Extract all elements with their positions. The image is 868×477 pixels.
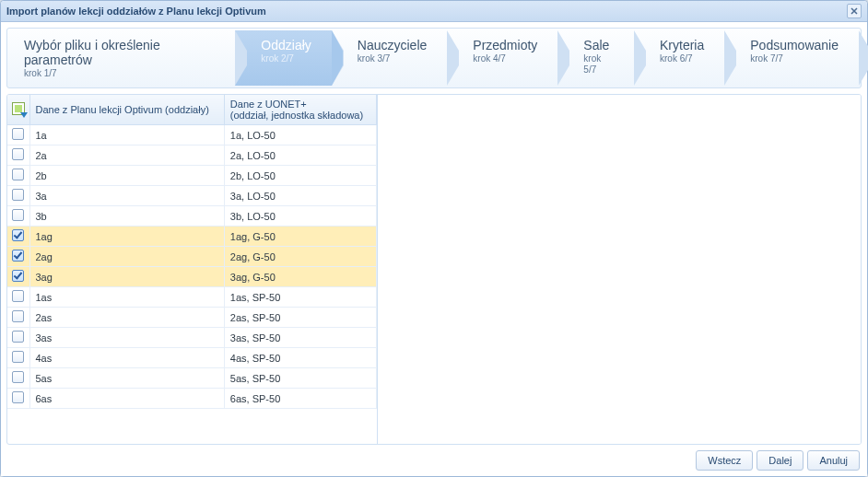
header-col1[interactable]: Dane z Planu lekcji Optivum (oddziały) (29, 95, 224, 125)
table-row[interactable]: 1a1a, LO-50 (7, 125, 377, 145)
row-checkbox-cell (7, 166, 29, 186)
row-checkbox-cell (7, 368, 29, 389)
row-checkbox[interactable] (12, 128, 24, 140)
footer: Wstecz Dalej Anuluj (6, 445, 862, 471)
wizard-step-sub: krok 7/7 (750, 53, 783, 64)
titlebar: Import planów lekcji oddziałów z Planu l… (1, 1, 867, 22)
cell-optivum: 2ag (29, 247, 224, 267)
row-checkbox[interactable] (12, 331, 24, 343)
dialog-content: Wybór pliku i określenie parametrów krok… (1, 22, 867, 476)
close-button[interactable] (847, 4, 862, 18)
cell-optivum: 1as (29, 287, 224, 308)
row-checkbox-cell (7, 227, 29, 247)
wizard-steps: Wybór pliku i określenie parametrów krok… (6, 28, 862, 88)
row-checkbox-cell (7, 247, 29, 267)
cell-optivum: 6as (29, 389, 224, 409)
cell-optivum: 4as (29, 348, 224, 368)
cell-uonet: 5as, SP-50 (224, 368, 376, 389)
table-row[interactable]: 2ag2ag, G-50 (7, 247, 377, 267)
wizard-step-title: Sale (583, 38, 614, 52)
table-row[interactable]: 1as1as, SP-50 (7, 287, 377, 308)
next-button[interactable]: Dalej (757, 450, 803, 471)
row-checkbox[interactable] (12, 270, 24, 282)
grid-table: Dane z Planu lekcji Optivum (oddziały) D… (7, 95, 377, 409)
table-row[interactable]: 4as4as, SP-50 (7, 348, 377, 368)
wizard-step-title: Przedmioty (473, 38, 537, 52)
close-icon (850, 7, 858, 15)
wizard-step-title: Oddziały (261, 38, 311, 52)
table-row[interactable]: 3as3as, SP-50 (7, 328, 377, 348)
wizard-step-sub: krok 2/7 (261, 53, 294, 64)
cancel-button[interactable]: Anuluj (807, 450, 860, 471)
row-checkbox-cell (7, 328, 29, 348)
wizard-step-title: Wybór pliku i określenie parametrów (24, 38, 215, 67)
cell-uonet: 2ag, G-50 (224, 247, 376, 267)
cell-optivum: 1a (29, 125, 224, 145)
table-row[interactable]: 6as6as, SP-50 (7, 389, 377, 409)
row-checkbox-cell (7, 145, 29, 166)
wizard-step[interactable]: Podsumowanie krok 7/7 (724, 30, 859, 86)
row-checkbox[interactable] (12, 148, 24, 160)
table-row[interactable]: 5as5as, SP-50 (7, 368, 377, 389)
back-button[interactable]: Wstecz (696, 450, 753, 471)
cell-optivum: 2b (29, 166, 224, 186)
wizard-step[interactable]: Oddziały krok 2/7 (235, 30, 331, 86)
cell-optivum: 1ag (29, 227, 224, 247)
row-checkbox-cell (7, 287, 29, 308)
row-checkbox[interactable] (12, 371, 24, 383)
table-row[interactable]: 3ag3ag, G-50 (7, 267, 377, 287)
wizard-step-sub: krok 1/7 (24, 68, 57, 78)
header-col2[interactable]: Dane z UONET+ (oddział, jednostka składo… (224, 95, 376, 125)
wizard-step-title: Kryteria (660, 38, 704, 52)
cell-uonet: 3as, SP-50 (224, 328, 376, 348)
wizard-step-sub: krok 4/7 (473, 53, 506, 64)
cell-optivum: 2a (29, 145, 224, 166)
row-checkbox[interactable] (12, 229, 24, 241)
cell-optivum: 3b (29, 206, 224, 227)
table-row[interactable]: 3b3b, LO-50 (7, 206, 377, 227)
row-checkbox[interactable] (12, 250, 24, 262)
wizard-step[interactable]: Przedmioty krok 4/7 (447, 30, 557, 86)
row-checkbox[interactable] (12, 169, 24, 180)
wizard-step[interactable]: Kryteria krok 6/7 (634, 30, 724, 86)
table-row[interactable]: 2a2a, LO-50 (7, 145, 377, 166)
window-title: Import planów lekcji oddziałów z Planu l… (6, 6, 266, 17)
row-checkbox-cell (7, 348, 29, 368)
cell-uonet: 3a, LO-50 (224, 186, 376, 206)
row-checkbox-cell (7, 389, 29, 409)
row-checkbox[interactable] (12, 310, 24, 322)
row-checkbox-cell (7, 125, 29, 145)
cell-uonet: 3b, LO-50 (224, 206, 376, 227)
cell-optivum: 5as (29, 368, 224, 389)
header-checkbox-col[interactable] (7, 95, 29, 125)
table-row[interactable]: 3a3a, LO-50 (7, 186, 377, 206)
row-checkbox[interactable] (12, 391, 24, 403)
wizard-step-title: Podsumowanie (750, 38, 839, 52)
wizard-step[interactable]: Nauczyciele krok 3/7 (332, 30, 447, 86)
dialog-window: Import planów lekcji oddziałów z Planu l… (0, 0, 868, 477)
row-checkbox[interactable] (12, 351, 24, 363)
cell-uonet: 2a, LO-50 (224, 145, 376, 166)
cell-uonet: 1a, LO-50 (224, 125, 376, 145)
row-checkbox[interactable] (12, 290, 24, 302)
cell-uonet: 1as, SP-50 (224, 287, 376, 308)
cell-uonet: 4as, SP-50 (224, 348, 376, 368)
wizard-step-title: Nauczyciele (358, 38, 427, 52)
table-row[interactable]: 2as2as, SP-50 (7, 308, 377, 328)
table-row[interactable]: 2b2b, LO-50 (7, 166, 377, 186)
table-row[interactable]: 1ag1ag, G-50 (7, 227, 377, 247)
cell-uonet: 3ag, G-50 (224, 267, 376, 287)
row-checkbox[interactable] (12, 209, 24, 221)
wizard-step[interactable]: Wybór pliku i określenie parametrów krok… (9, 30, 235, 86)
cell-uonet: 6as, SP-50 (224, 389, 376, 409)
cell-uonet: 2b, LO-50 (224, 166, 376, 186)
row-checkbox-cell (7, 186, 29, 206)
right-panel (378, 95, 861, 444)
left-panel: Dane z Planu lekcji Optivum (oddziały) D… (7, 95, 378, 444)
main-area: Dane z Planu lekcji Optivum (oddziały) D… (6, 94, 862, 445)
cell-optivum: 3a (29, 186, 224, 206)
select-all-icon (12, 102, 25, 115)
cell-optivum: 2as (29, 308, 224, 328)
cell-optivum: 3ag (29, 267, 224, 287)
row-checkbox[interactable] (12, 189, 24, 201)
